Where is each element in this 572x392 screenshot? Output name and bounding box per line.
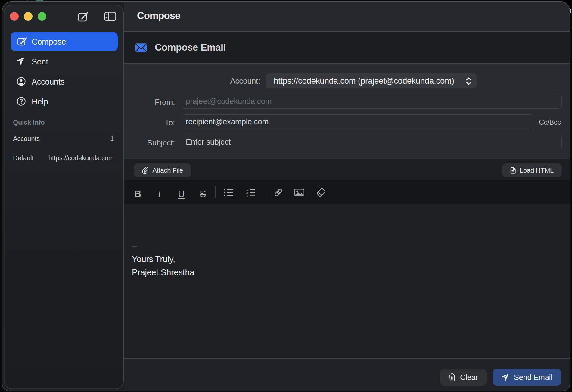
svg-text:3: 3 xyxy=(246,194,248,197)
